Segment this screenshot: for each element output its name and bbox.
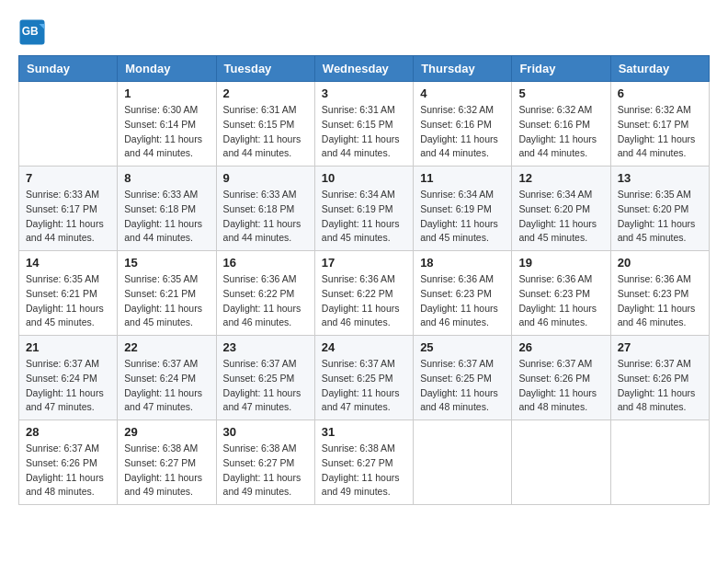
day-info: Sunrise: 6:36 AMSunset: 6:23 PMDaylight:… xyxy=(518,272,603,330)
calendar-cell: 26Sunrise: 6:37 AMSunset: 6:26 PMDayligh… xyxy=(512,336,610,420)
calendar-cell: 31Sunrise: 6:38 AMSunset: 6:27 PMDayligh… xyxy=(314,420,413,505)
day-info: Sunrise: 6:37 AMSunset: 6:25 PMDaylight:… xyxy=(223,357,308,415)
day-info: Sunrise: 6:35 AMSunset: 6:20 PMDaylight:… xyxy=(618,188,702,246)
day-number: 6 xyxy=(618,86,702,100)
calendar-cell: 9Sunrise: 6:33 AMSunset: 6:18 PMDaylight… xyxy=(216,167,314,251)
calendar-cell: 20Sunrise: 6:36 AMSunset: 6:23 PMDayligh… xyxy=(610,251,709,336)
weekday-row: SundayMondayTuesdayWednesdayThursdayFrid… xyxy=(19,56,710,82)
calendar-cell: 15Sunrise: 6:35 AMSunset: 6:21 PMDayligh… xyxy=(118,251,216,336)
day-info: Sunrise: 6:34 AMSunset: 6:20 PMDaylight:… xyxy=(518,188,603,246)
calendar-cell: 6Sunrise: 6:32 AMSunset: 6:17 PMDaylight… xyxy=(610,82,709,167)
day-info: Sunrise: 6:37 AMSunset: 6:26 PMDaylight:… xyxy=(518,357,603,415)
calendar-cell: 18Sunrise: 6:36 AMSunset: 6:23 PMDayligh… xyxy=(414,251,512,336)
calendar-header: SundayMondayTuesdayWednesdayThursdayFrid… xyxy=(19,56,710,82)
calendar-body: 1Sunrise: 6:30 AMSunset: 6:14 PMDaylight… xyxy=(19,82,710,505)
calendar-cell: 3Sunrise: 6:31 AMSunset: 6:15 PMDaylight… xyxy=(314,82,413,167)
day-info: Sunrise: 6:33 AMSunset: 6:18 PMDaylight:… xyxy=(124,188,209,246)
day-info: Sunrise: 6:37 AMSunset: 6:24 PMDaylight:… xyxy=(26,357,110,415)
calendar-cell: 24Sunrise: 6:37 AMSunset: 6:25 PMDayligh… xyxy=(314,336,413,420)
calendar-table: SundayMondayTuesdayWednesdayThursdayFrid… xyxy=(18,55,710,505)
day-info: Sunrise: 6:35 AMSunset: 6:21 PMDaylight:… xyxy=(26,272,110,330)
logo: GB xyxy=(18,18,50,46)
day-number: 24 xyxy=(322,340,406,354)
day-number: 29 xyxy=(124,425,209,439)
day-number: 5 xyxy=(518,86,603,100)
calendar-cell xyxy=(610,420,709,505)
day-info: Sunrise: 6:38 AMSunset: 6:27 PMDaylight:… xyxy=(322,442,406,500)
calendar-cell: 30Sunrise: 6:38 AMSunset: 6:27 PMDayligh… xyxy=(216,420,314,505)
day-number: 7 xyxy=(26,171,110,185)
calendar-cell: 17Sunrise: 6:36 AMSunset: 6:22 PMDayligh… xyxy=(314,251,413,336)
calendar-cell: 29Sunrise: 6:38 AMSunset: 6:27 PMDayligh… xyxy=(118,420,216,505)
day-number: 11 xyxy=(420,171,505,185)
weekday-thursday: Thursday xyxy=(414,56,512,82)
day-number: 16 xyxy=(223,256,308,270)
day-number: 17 xyxy=(322,256,406,270)
calendar-week-2: 7Sunrise: 6:33 AMSunset: 6:17 PMDaylight… xyxy=(19,167,710,251)
day-number: 31 xyxy=(322,425,406,439)
day-info: Sunrise: 6:32 AMSunset: 6:17 PMDaylight:… xyxy=(618,103,702,161)
day-info: Sunrise: 6:34 AMSunset: 6:19 PMDaylight:… xyxy=(420,188,505,246)
day-info: Sunrise: 6:36 AMSunset: 6:22 PMDaylight:… xyxy=(223,272,308,330)
calendar-week-5: 28Sunrise: 6:37 AMSunset: 6:26 PMDayligh… xyxy=(19,420,710,505)
page-header: GB xyxy=(18,18,710,46)
calendar-week-1: 1Sunrise: 6:30 AMSunset: 6:14 PMDaylight… xyxy=(19,82,710,167)
calendar-cell: 13Sunrise: 6:35 AMSunset: 6:20 PMDayligh… xyxy=(610,167,709,251)
day-number: 21 xyxy=(26,340,110,354)
day-number: 20 xyxy=(618,256,702,270)
day-info: Sunrise: 6:33 AMSunset: 6:18 PMDaylight:… xyxy=(223,188,308,246)
day-number: 23 xyxy=(223,340,308,354)
day-number: 8 xyxy=(124,171,209,185)
calendar-cell: 4Sunrise: 6:32 AMSunset: 6:16 PMDaylight… xyxy=(414,82,512,167)
calendar-cell: 16Sunrise: 6:36 AMSunset: 6:22 PMDayligh… xyxy=(216,251,314,336)
calendar-cell: 5Sunrise: 6:32 AMSunset: 6:16 PMDaylight… xyxy=(512,82,610,167)
svg-text:GB: GB xyxy=(22,25,39,38)
day-number: 28 xyxy=(26,425,110,439)
day-info: Sunrise: 6:30 AMSunset: 6:14 PMDaylight:… xyxy=(124,103,209,161)
day-info: Sunrise: 6:37 AMSunset: 6:25 PMDaylight:… xyxy=(322,357,406,415)
calendar-cell: 19Sunrise: 6:36 AMSunset: 6:23 PMDayligh… xyxy=(512,251,610,336)
day-number: 27 xyxy=(618,340,702,354)
day-info: Sunrise: 6:36 AMSunset: 6:22 PMDaylight:… xyxy=(322,272,406,330)
calendar-cell: 11Sunrise: 6:34 AMSunset: 6:19 PMDayligh… xyxy=(414,167,512,251)
day-number: 19 xyxy=(518,256,603,270)
calendar-cell: 23Sunrise: 6:37 AMSunset: 6:25 PMDayligh… xyxy=(216,336,314,420)
day-number: 9 xyxy=(223,171,308,185)
weekday-friday: Friday xyxy=(512,56,610,82)
day-number: 1 xyxy=(124,86,209,100)
weekday-sunday: Sunday xyxy=(19,56,118,82)
day-info: Sunrise: 6:36 AMSunset: 6:23 PMDaylight:… xyxy=(420,272,505,330)
calendar-cell: 28Sunrise: 6:37 AMSunset: 6:26 PMDayligh… xyxy=(19,420,118,505)
day-number: 15 xyxy=(124,256,209,270)
day-info: Sunrise: 6:32 AMSunset: 6:16 PMDaylight:… xyxy=(518,103,603,161)
day-number: 18 xyxy=(420,256,505,270)
day-info: Sunrise: 6:31 AMSunset: 6:15 PMDaylight:… xyxy=(322,103,406,161)
day-number: 14 xyxy=(26,256,110,270)
day-info: Sunrise: 6:33 AMSunset: 6:17 PMDaylight:… xyxy=(26,188,110,246)
calendar-cell: 22Sunrise: 6:37 AMSunset: 6:24 PMDayligh… xyxy=(118,336,216,420)
calendar-cell: 14Sunrise: 6:35 AMSunset: 6:21 PMDayligh… xyxy=(19,251,118,336)
weekday-wednesday: Wednesday xyxy=(314,56,413,82)
calendar-cell xyxy=(19,82,118,167)
day-info: Sunrise: 6:38 AMSunset: 6:27 PMDaylight:… xyxy=(124,442,209,500)
calendar-cell xyxy=(414,420,512,505)
calendar-cell: 2Sunrise: 6:31 AMSunset: 6:15 PMDaylight… xyxy=(216,82,314,167)
day-info: Sunrise: 6:32 AMSunset: 6:16 PMDaylight:… xyxy=(420,103,505,161)
day-number: 13 xyxy=(618,171,702,185)
day-number: 10 xyxy=(322,171,406,185)
day-info: Sunrise: 6:37 AMSunset: 6:25 PMDaylight:… xyxy=(420,357,505,415)
calendar-week-4: 21Sunrise: 6:37 AMSunset: 6:24 PMDayligh… xyxy=(19,336,710,420)
calendar-cell xyxy=(512,420,610,505)
day-info: Sunrise: 6:34 AMSunset: 6:19 PMDaylight:… xyxy=(322,188,406,246)
weekday-saturday: Saturday xyxy=(610,56,709,82)
calendar-cell: 27Sunrise: 6:37 AMSunset: 6:26 PMDayligh… xyxy=(610,336,709,420)
weekday-monday: Monday xyxy=(118,56,216,82)
weekday-tuesday: Tuesday xyxy=(216,56,314,82)
day-info: Sunrise: 6:37 AMSunset: 6:24 PMDaylight:… xyxy=(124,357,209,415)
day-number: 22 xyxy=(124,340,209,354)
day-number: 25 xyxy=(420,340,505,354)
calendar-cell: 1Sunrise: 6:30 AMSunset: 6:14 PMDaylight… xyxy=(118,82,216,167)
logo-icon: GB xyxy=(18,18,46,46)
day-number: 26 xyxy=(518,340,603,354)
day-number: 4 xyxy=(420,86,505,100)
